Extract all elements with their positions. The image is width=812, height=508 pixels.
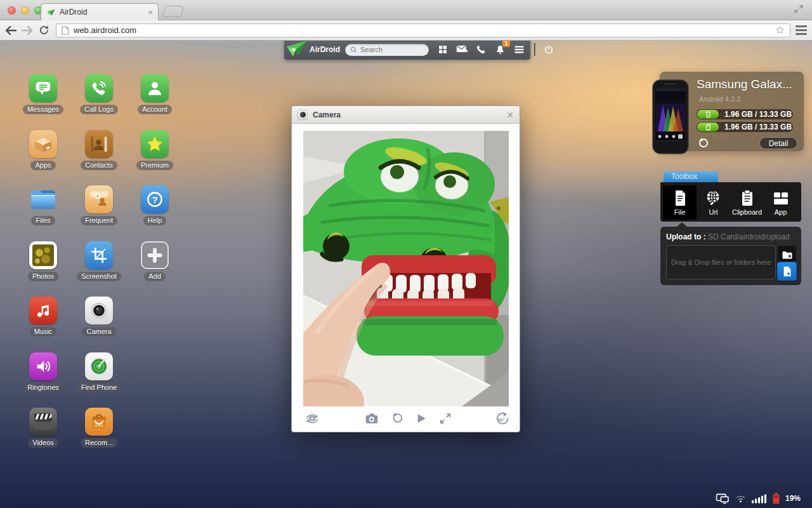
app-label: Help	[143, 216, 167, 225]
battery-percent: 19%	[785, 494, 801, 503]
app-label: Photos	[28, 272, 58, 281]
internal-storage-icon	[697, 110, 719, 119]
camera-live-view	[303, 131, 509, 406]
app-label: Account	[138, 105, 172, 114]
back-button[interactable]	[3, 23, 19, 37]
toolbox-item-app[interactable]: App	[764, 185, 797, 220]
airdroid-brand-label: AirDroid	[310, 45, 340, 54]
app-label: Premium	[136, 161, 173, 170]
toolbox-item-file[interactable]: File	[663, 185, 697, 220]
clipboard-icon	[740, 190, 754, 206]
device-refresh-button[interactable]	[697, 138, 708, 149]
window-resize-icon[interactable]	[794, 5, 803, 13]
sd-storage-value: 1.96 GB / 13.33 GB	[724, 123, 792, 131]
camera-window-close-icon[interactable]: ✕	[506, 110, 514, 119]
app-label: Videos	[28, 438, 58, 448]
app-files[interactable]: Files	[15, 185, 71, 241]
close-window-button[interactable]	[8, 6, 16, 15]
tab-close-icon[interactable]: ×	[148, 8, 153, 17]
svg-text:90°: 90°	[498, 418, 505, 422]
messages-toolbar-button[interactable]	[454, 42, 469, 57]
app-videos[interactable]: Videos	[15, 408, 71, 464]
apps-icon	[29, 130, 57, 158]
device-panel: Samsung Galax... Android 4.2.2 1.96 GB /…	[660, 72, 804, 151]
play-button[interactable]	[412, 410, 430, 427]
power-button[interactable]	[541, 42, 556, 57]
app-label: Find Phone	[77, 383, 121, 392]
airdroid-logo	[285, 41, 308, 59]
camera-window-icon	[298, 110, 308, 120]
bookmark-star-icon[interactable]	[775, 25, 785, 35]
sd-card-icon	[697, 123, 719, 131]
account-icon	[141, 74, 169, 102]
toolbox-panel: File Url Clipboard	[660, 182, 801, 222]
search-box[interactable]	[345, 44, 429, 56]
camera-window: Camera ✕	[291, 105, 520, 432]
menu-toolbar-button[interactable]	[511, 42, 527, 57]
toolbox-item-url[interactable]: Url	[697, 185, 730, 220]
notifications-bell-button[interactable]: 1	[492, 42, 508, 57]
premium-star-icon	[141, 130, 169, 158]
toolbar-divider	[534, 43, 535, 56]
calls-toolbar-button[interactable]	[473, 42, 488, 57]
browser-menu-button[interactable]	[796, 25, 807, 35]
capture-photo-button[interactable]	[363, 410, 381, 427]
search-input[interactable]	[360, 46, 424, 53]
app-label: Contacts	[81, 161, 117, 170]
address-bar[interactable]: web.airdroid.com	[56, 23, 790, 37]
rotate-90-button[interactable]: 90°	[492, 410, 510, 427]
frequent-icon	[85, 185, 113, 213]
app-music[interactable]: Music	[15, 297, 71, 352]
switch-camera-button[interactable]	[303, 410, 321, 427]
app-label: Files	[31, 216, 55, 225]
app-label: Call Logs	[80, 105, 118, 114]
app-add[interactable]: Add	[127, 241, 183, 297]
drag-drop-zone[interactable]: Drag & Drop files or folders here	[666, 245, 776, 279]
app-frequent[interactable]: Frequent	[71, 185, 127, 241]
device-detail-button[interactable]: Detail	[759, 137, 797, 149]
app-ringtones[interactable]: Ringtones	[15, 352, 71, 408]
window-controls	[8, 6, 43, 15]
app-call-logs[interactable]: Call Logs	[71, 74, 127, 130]
app-find-phone[interactable]: Find Phone	[71, 352, 127, 408]
camera-window-titlebar[interactable]: Camera ✕	[292, 106, 520, 124]
camera-controls-bar: 90°	[292, 405, 520, 432]
reload-button[interactable]	[36, 23, 52, 37]
display-icon	[716, 493, 730, 504]
fullscreen-button[interactable]	[436, 410, 454, 427]
forward-button[interactable]	[19, 23, 36, 37]
app-apps[interactable]: Apps	[15, 130, 71, 186]
upload-panel-pointer	[677, 222, 687, 227]
browser-tab[interactable]: AirDroid ×	[41, 3, 159, 20]
minimize-window-button[interactable]	[21, 6, 29, 15]
app-recommended[interactable]: Recom...	[71, 408, 127, 464]
search-icon	[350, 46, 357, 53]
find-phone-radar-icon	[85, 352, 113, 380]
app-label: Recom...	[81, 438, 117, 448]
new-tab-button[interactable]	[162, 6, 185, 17]
files-folder-icon	[29, 185, 57, 213]
url-text: web.airdroid.com	[74, 25, 771, 35]
svg-text:?: ?	[152, 195, 157, 205]
app-label: Music	[30, 327, 57, 337]
app-label: Screenshot	[77, 272, 121, 281]
app-help[interactable]: ? Help	[127, 185, 183, 241]
app-screenshot[interactable]: Screenshot	[71, 241, 127, 297]
app-contacts[interactable]: Contacts	[71, 130, 127, 186]
app-premium[interactable]: Premium	[127, 130, 183, 186]
app-messages[interactable]: Messages	[15, 74, 71, 130]
app-account[interactable]: Account	[127, 74, 183, 130]
app-photos[interactable]: Photos	[15, 241, 71, 297]
device-os-version: Android 4.2.2	[699, 95, 740, 103]
refresh-button[interactable]	[387, 410, 405, 427]
app-camera[interactable]: Camera	[71, 297, 127, 352]
apps-grid-button[interactable]	[435, 42, 450, 57]
help-icon: ?	[141, 185, 169, 213]
camera-window-title: Camera	[313, 110, 501, 119]
recommended-bag-icon	[85, 408, 113, 436]
toolbox-tab[interactable]: Toolbox	[664, 171, 718, 182]
upload-file-button[interactable]	[777, 262, 797, 281]
url-globe-icon	[705, 190, 722, 206]
toolbox-item-clipboard[interactable]: Clipboard	[730, 185, 764, 220]
toolbox-item-label: App	[775, 208, 787, 216]
